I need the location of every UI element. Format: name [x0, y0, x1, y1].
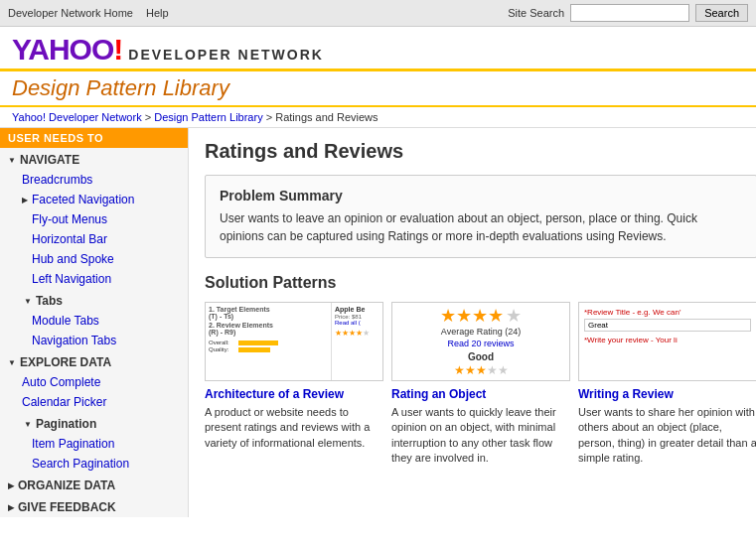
problem-summary-box: Problem Summary User wants to leave an o…: [205, 175, 756, 258]
sidebar-item-breadcrumbs[interactable]: Breadcrumbs: [0, 170, 188, 190]
sidebar-item-search-pagination[interactable]: Search Pagination: [0, 454, 188, 474]
card-architecture: 1. Target Elements(T) - Ts) 2. Review El…: [205, 302, 383, 467]
card-arch-desc: A product or website needs to present ra…: [205, 405, 383, 451]
problem-summary-heading: Problem Summary: [220, 188, 742, 204]
sidebar-item-autocomplete[interactable]: Auto Complete: [0, 372, 188, 392]
breadcrumb-sep1: >: [145, 111, 154, 123]
sidebar-item-calendar[interactable]: Calendar Picker: [0, 392, 188, 412]
sidebar-group-navigate[interactable]: NAVIGATE: [0, 148, 188, 170]
feedback-label: GIVE FEEDBACK: [18, 500, 116, 514]
top-nav-links: Developer Network Home Help: [8, 7, 179, 19]
search-label: Site Search: [508, 7, 564, 19]
card-rating-desc: A user wants to quickly leave their opin…: [391, 405, 570, 467]
card-rating-link[interactable]: Rating an Object: [391, 387, 570, 401]
help-link[interactable]: Help: [146, 7, 169, 19]
sidebar-item-faceted-nav[interactable]: ▶ Faceted Navigation: [0, 190, 188, 209]
feedback-expand-icon: [8, 502, 14, 512]
card-writing-link[interactable]: Writing a Review: [578, 387, 756, 401]
pagination-label: Pagination: [36, 417, 96, 431]
sidebar-item-horizontal-bar[interactable]: Horizontal Bar: [0, 229, 188, 249]
breadcrumb-current: Ratings and Reviews: [275, 111, 378, 123]
page-title: Design Pattern Library: [12, 75, 744, 101]
page-title-bar: Design Pattern Library: [0, 71, 756, 107]
header: YAHOO! DEVELOPER NETWORK: [0, 27, 756, 71]
sidebar-item-module-tabs[interactable]: Module Tabs: [0, 311, 188, 331]
card-writing-desc: User wants to share her opinion with oth…: [578, 405, 756, 467]
sidebar: USER NEEDS TO NAVIGATE Breadcrumbs ▶ Fac…: [0, 128, 189, 517]
card-rating-image: ★★★★★ Average Rating (24) Read 20 review…: [391, 302, 570, 381]
card-arch-link[interactable]: Architecture of a Review: [205, 387, 383, 401]
breadcrumb-sep2: >: [266, 111, 275, 123]
sidebar-group-pagination[interactable]: Pagination: [0, 412, 188, 434]
sidebar-group-tabs[interactable]: Tabs: [0, 289, 188, 311]
explore-label: EXPLORE DATA: [20, 355, 111, 369]
card-writing: *Review Title - e.g. We can' *Write your…: [578, 302, 756, 467]
avg-rating-text: Average Rating (24): [441, 327, 521, 337]
sidebar-item-flyout[interactable]: Fly-out Menus: [0, 209, 188, 229]
breadcrumb: Yahoo! Developer Network > Design Patter…: [0, 107, 756, 128]
sidebar-item-nav-tabs[interactable]: Navigation Tabs: [0, 331, 188, 350]
yahoo-logo: YAHOO!: [12, 35, 122, 65]
card-arch-image: 1. Target Elements(T) - Ts) 2. Review El…: [205, 302, 383, 381]
pagination-expand-icon: [24, 419, 32, 429]
solution-cards: 1. Target Elements(T) - Ts) 2. Review El…: [205, 302, 756, 467]
sidebar-item-hub-spoke[interactable]: Hub and Spoke: [0, 249, 188, 269]
faceted-nav-link[interactable]: Faceted Navigation: [32, 193, 134, 206]
breadcrumb-home[interactable]: Yahoo! Developer Network: [12, 111, 142, 123]
search-button[interactable]: Search: [695, 4, 748, 22]
faceted-nav-arrow: ▶: [22, 196, 28, 204]
organize-label: ORGANIZE DATA: [18, 478, 115, 492]
card-writing-image: *Review Title - e.g. We can' *Write your…: [578, 302, 756, 381]
search-input[interactable]: [570, 4, 689, 22]
dev-network-home-link[interactable]: Developer Network Home: [8, 7, 133, 19]
tabs-label: Tabs: [36, 294, 63, 308]
explore-expand-icon: [8, 357, 16, 367]
review-title-label: *Review Title - e.g. We can': [584, 308, 751, 317]
developer-network-text: DEVELOPER NETWORK: [128, 47, 324, 63]
sidebar-section-header: USER NEEDS TO: [0, 128, 188, 148]
main-layout: USER NEEDS TO NAVIGATE Breadcrumbs ▶ Fac…: [0, 128, 756, 517]
solution-patterns-heading: Solution Patterns: [205, 274, 756, 292]
sidebar-group-organize[interactable]: ORGANIZE DATA: [0, 474, 188, 495]
tabs-expand-icon: [24, 296, 32, 306]
sidebar-group-explore[interactable]: EXPLORE DATA: [0, 350, 188, 372]
solution-patterns: Solution Patterns 1. Target Elements(T) …: [205, 274, 756, 467]
organize-expand-icon: [8, 480, 14, 490]
breadcrumb-pattern-lib[interactable]: Design Pattern Library: [154, 111, 262, 123]
good-label: Good: [468, 351, 494, 362]
content-heading: Ratings and Reviews: [205, 140, 756, 163]
review-title-input[interactable]: [584, 319, 751, 332]
card-rating: ★★★★★ Average Rating (24) Read 20 review…: [391, 302, 570, 467]
navigate-label: NAVIGATE: [20, 153, 79, 167]
site-search: Site Search Search: [508, 4, 748, 22]
read-reviews-link[interactable]: Read 20 reviews: [447, 339, 514, 348]
top-navigation: Developer Network Home Help Site Search …: [0, 0, 756, 27]
logo-area: YAHOO! DEVELOPER NETWORK: [12, 35, 744, 65]
sidebar-group-feedback[interactable]: GIVE FEEDBACK: [0, 495, 188, 517]
write-review-label: *Write your review - Your li: [584, 336, 751, 344]
content-area: Ratings and Reviews Problem Summary User…: [189, 128, 756, 517]
problem-summary-text: User wants to leave an opinion or evalua…: [220, 209, 742, 245]
navigate-expand-icon: [8, 155, 16, 165]
sidebar-item-left-nav[interactable]: Left Navigation: [0, 269, 188, 289]
sidebar-item-item-pagination[interactable]: Item Pagination: [0, 434, 188, 454]
